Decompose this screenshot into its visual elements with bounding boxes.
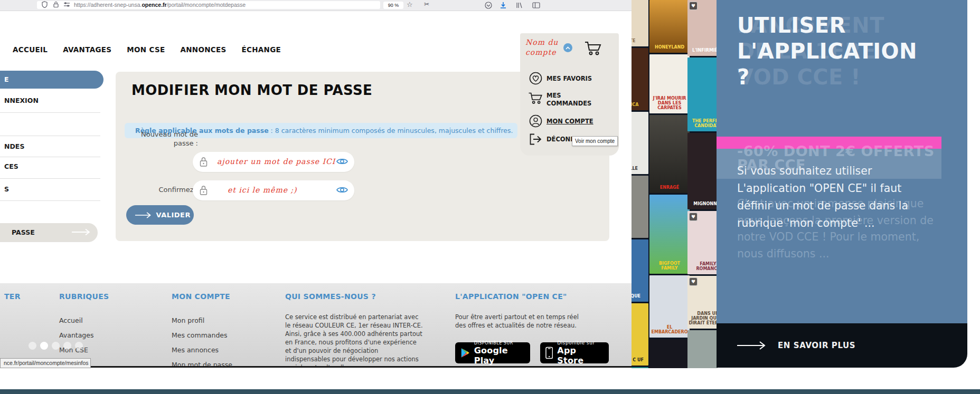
sidebar-toggle-icon[interactable]	[532, 2, 540, 9]
permissions-icon[interactable]	[63, 1, 70, 8]
menu-mes-commandes[interactable]: MESCOMMANDES	[546, 92, 591, 108]
sidebar-item-favoris[interactable]: S	[4, 185, 9, 193]
cart-icon[interactable]	[583, 41, 602, 56]
nav-mon-cse[interactable]: MON CSE	[127, 45, 165, 54]
sidebar-item-connexion[interactable]: NNEXION	[4, 97, 39, 104]
carousel-dots	[29, 342, 83, 350]
favorite-heart-icon[interactable]: ♥	[689, 2, 698, 10]
library-icon[interactable]	[515, 2, 523, 9]
movie-poster[interactable]: La Fille	[632, 112, 648, 174]
zoom-level-badge[interactable]: 90 %	[383, 2, 403, 9]
en-savoir-plus-button[interactable]: EN SAVOIR PLUS	[717, 323, 967, 368]
footer-rubriques-header: RUBRIQUES	[59, 292, 109, 301]
favorite-heart-icon[interactable]: ♥	[689, 213, 698, 221]
divider	[0, 112, 100, 113]
poster-title: THE PERFECT CANDIDATE	[687, 119, 718, 128]
phone-icon	[545, 347, 553, 359]
divider	[0, 178, 100, 179]
new-password-input[interactable]: ajouter un mot de passe ICI	[193, 152, 354, 172]
poster-title: DANS UN JARDIN QU'ON DIRAIT ÉTERNEL	[687, 311, 718, 325]
download-icon[interactable]	[500, 2, 507, 9]
footer-contact-header: TER	[4, 292, 21, 301]
shield-icon[interactable]	[42, 1, 48, 8]
movie-poster[interactable]: IP MAN 4	[649, 339, 690, 368]
logout-icon[interactable]	[529, 133, 542, 145]
url-text[interactable]: https://adherent-snep-unsa.opence.fr/por…	[74, 2, 246, 8]
menu-deconnexion[interactable]: DÉCONN	[546, 136, 576, 143]
confirm-password-input[interactable]: et ici le même ;)	[193, 180, 354, 200]
movie-poster[interactable]: madre	[687, 330, 718, 368]
bookmark-star-icon[interactable]: ☆	[407, 1, 413, 8]
movie-poster[interactable]: HONEYLAND	[649, 0, 690, 53]
page-title: MODIFIER MON MOT DE PASSE	[131, 82, 372, 98]
lock-icon	[200, 157, 208, 167]
footer-link-mes-commandes[interactable]: Mes commandes	[172, 331, 228, 339]
footer: TER RUBRIQUES Accueil Avantages Mon CSE …	[0, 283, 632, 367]
carousel-dot-active[interactable]	[40, 342, 48, 350]
poster-title: La Fille	[632, 166, 648, 171]
show-password-eye-icon[interactable]	[336, 157, 348, 166]
footer-link-mon-profil[interactable]: Mon profil	[172, 316, 204, 324]
sidebar-item-commandes[interactable]: NDES	[4, 142, 24, 150]
pocket-icon[interactable]	[485, 2, 492, 9]
sidebar-item-active[interactable]: E	[0, 71, 103, 89]
movie-poster[interactable]: CER RIQUE	[632, 239, 648, 302]
sidebar-item-mot-de-passe[interactable]: PASSE	[0, 223, 98, 242]
poster-title: ENRAGÉ	[649, 185, 690, 190]
screen-bottom-strip	[0, 389, 980, 394]
nav-avantages[interactable]: AVANTAGES	[63, 45, 111, 54]
movie-poster[interactable]: J'irai mourir dans les Carpates	[649, 54, 690, 113]
nav-echange[interactable]: ÉCHANGE	[242, 45, 281, 54]
new-password-placeholder: ajouter un mot de passe ICI	[217, 157, 335, 166]
carousel-dot[interactable]	[63, 342, 71, 350]
movie-poster[interactable]: ME PES, C UF	[632, 303, 648, 366]
user-icon[interactable]	[529, 114, 542, 128]
poster-wall: netteAMERICALa FilleITECER RIQUEME PES, …	[632, 0, 718, 368]
movie-poster[interactable]: ENRAGÉ	[649, 115, 690, 193]
poster-title: ME PES, C UF	[632, 358, 648, 362]
divider	[0, 200, 100, 201]
lock-icon[interactable]	[53, 1, 59, 8]
slide-body-text: Si vous souhaitez utiliser L'application…	[737, 162, 908, 232]
google-play-badge[interactable]: DISPONIBLE SURGoogle Play	[455, 342, 530, 363]
movie-poster[interactable]: AMERICA	[632, 48, 648, 110]
poster-title: MIGNONNES	[687, 201, 718, 206]
chevron-up-icon[interactable]	[563, 43, 572, 52]
movie-poster[interactable]: THE PERFECT CANDIDATE	[687, 57, 718, 131]
account-name[interactable]: Nom du compte	[525, 37, 567, 57]
footer-qui-text: Ce service est distribué en partenariat …	[285, 313, 423, 367]
sidebar-item-annonces[interactable]: CES	[4, 162, 18, 170]
movie-poster[interactable]: ♥FAMILY ROMANCE	[687, 211, 718, 274]
app-store-badge[interactable]: Disponible surApp Store	[540, 342, 609, 363]
carousel-dot[interactable]	[52, 342, 60, 350]
confirm-password-placeholder: et ici le même ;)	[228, 186, 297, 194]
movie-poster[interactable]: FEMME	[632, 367, 648, 368]
nav-annonces[interactable]: ANNONCES	[180, 45, 226, 54]
carousel-dot[interactable]	[29, 342, 36, 350]
movie-poster[interactable]: nette	[632, 0, 648, 46]
movie-poster[interactable]: ♥L'INFIRMIÈRE	[687, 0, 718, 56]
nav-accueil[interactable]: ACCUEIL	[13, 45, 48, 54]
movie-poster[interactable]: MIGNONNES	[687, 133, 718, 209]
movie-poster[interactable]: EL EMBARCADERO	[649, 275, 690, 338]
browser-toolbar: https://adherent-snep-unsa.opence.fr/por…	[0, 0, 632, 11]
movie-poster[interactable]: BIGFOOT FAMILY	[649, 195, 690, 274]
footer-link-mes-annonces[interactable]: Mes annonces	[172, 346, 219, 354]
movie-poster[interactable]: ITE	[632, 176, 648, 238]
cart-icon[interactable]	[527, 91, 543, 105]
valider-button[interactable]: VALIDER	[126, 205, 194, 225]
account-sidebar: E NNEXION NDES CES S PASSE	[0, 71, 103, 245]
footer-link-avantages[interactable]: Avantages	[59, 331, 94, 339]
footer-link-accueil[interactable]: Accueil	[59, 316, 83, 324]
menu-mon-compte[interactable]: MON COMPTE	[546, 118, 593, 126]
favorite-heart-icon[interactable]: ♥	[689, 277, 698, 286]
screenshot-icon[interactable]: ✂	[424, 1, 429, 8]
slide-title: UTILISER L'APPLICATION ?	[737, 13, 917, 90]
arrow-right-icon	[71, 228, 90, 236]
screenshot-canvas: https://adherent-snep-unsa.opence.fr/por…	[0, 0, 980, 394]
menu-mes-favoris[interactable]: MES FAVORIS	[546, 75, 592, 83]
carousel-dot[interactable]	[75, 342, 83, 350]
show-password-eye-icon[interactable]	[336, 185, 348, 195]
movie-poster[interactable]: ♥DANS UN JARDIN QU'ON DIRAIT ÉTERNEL	[687, 276, 718, 329]
heart-icon[interactable]	[529, 72, 542, 85]
